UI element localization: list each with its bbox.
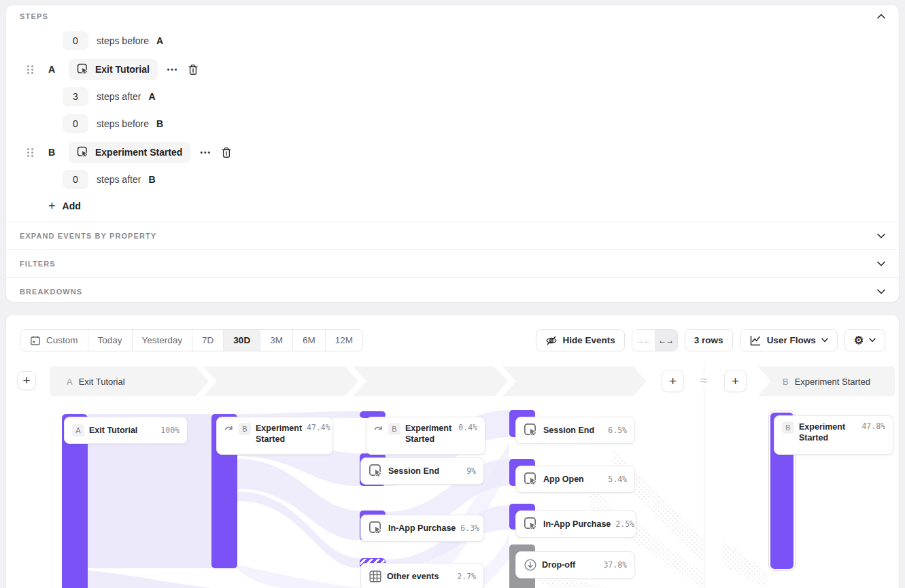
collapse-columns-button[interactable]: →← bbox=[632, 330, 655, 351]
steps-count-input[interactable]: 3 bbox=[63, 87, 88, 106]
steps-count-input[interactable]: 0 bbox=[63, 31, 88, 50]
chevron-down-icon bbox=[869, 338, 876, 343]
event-chip-exit-tutorial[interactable]: Exit Tutorial bbox=[69, 59, 158, 80]
event-icon bbox=[77, 63, 89, 75]
event-icon bbox=[524, 517, 539, 532]
repeat-arrow-icon bbox=[224, 425, 234, 432]
more-options-button[interactable]: ••• bbox=[167, 66, 179, 73]
date-range-3m[interactable]: 3M bbox=[260, 330, 292, 351]
section-expand-events-by-property[interactable]: EXPAND EVENTS BY PROPERTY bbox=[6, 222, 899, 249]
eye-off-icon bbox=[545, 334, 558, 347]
steps-count-input[interactable]: 0 bbox=[63, 114, 88, 133]
date-range-yesterday[interactable]: Yesterday bbox=[132, 330, 192, 351]
step-badge: B bbox=[388, 423, 400, 435]
step-badge: B bbox=[782, 421, 794, 434]
event-icon bbox=[524, 472, 539, 487]
event-icon bbox=[369, 464, 383, 479]
drop-off-icon bbox=[524, 558, 537, 572]
date-range-today[interactable]: Today bbox=[88, 330, 132, 351]
flow-node-card[interactable]: B Experiment Started 47.8% bbox=[774, 415, 893, 455]
flow-node-card[interactable]: In-App Purchase 2.5% bbox=[515, 511, 636, 538]
flow-node-card[interactable]: A Exit Tutorial 100% bbox=[64, 417, 188, 444]
flow-node-card[interactable]: In-App Purchase 6.3% bbox=[360, 515, 484, 542]
section-breakdowns[interactable]: BREAKDOWNS bbox=[6, 277, 899, 305]
expand-columns-button[interactable]: ←→ bbox=[655, 330, 677, 351]
column-header-a[interactable]: A Exit Tutorial bbox=[67, 366, 125, 396]
column-header-b[interactable]: B Experiment Started bbox=[783, 366, 870, 396]
spacer-step-letter: A bbox=[156, 35, 163, 46]
trash-icon[interactable] bbox=[221, 147, 232, 158]
event-icon bbox=[524, 423, 539, 438]
step-letter: A bbox=[48, 64, 58, 75]
grid-icon bbox=[369, 570, 382, 583]
trash-icon[interactable] bbox=[188, 64, 199, 75]
settings-dropdown-button[interactable]: ⚙ bbox=[844, 329, 885, 351]
steps-after-b-row: 0 steps after B bbox=[12, 170, 885, 189]
drag-handle-icon[interactable] bbox=[27, 65, 34, 75]
event-chip-experiment-started[interactable]: Experiment Started bbox=[69, 142, 190, 163]
step-badge: A bbox=[72, 424, 84, 436]
add-column-after-a-button[interactable]: + bbox=[662, 370, 684, 392]
chevron-down-icon bbox=[877, 289, 885, 294]
hide-events-button[interactable]: Hide Events bbox=[536, 329, 625, 351]
steps-after-a-row: 3 steps after A bbox=[12, 87, 885, 106]
flow-node-card[interactable]: App Open 5.4% bbox=[515, 466, 635, 493]
calendar-icon bbox=[30, 335, 41, 346]
date-range-custom[interactable]: Custom bbox=[20, 330, 88, 351]
report-toolbar: Custom Today Yesterday 7D 30D 3M 6M 12M … bbox=[6, 315, 899, 351]
view-selector-button[interactable]: User Flows bbox=[740, 329, 838, 351]
more-options-button[interactable]: ••• bbox=[200, 149, 211, 156]
repeat-arrow-icon bbox=[374, 425, 383, 432]
steps-count-input[interactable]: 0 bbox=[63, 170, 88, 189]
flow-node-card[interactable]: Session End 9% bbox=[360, 457, 484, 485]
steps-panel-title: STEPS bbox=[20, 12, 48, 20]
step-letter: B bbox=[48, 147, 58, 158]
flow-column-headers bbox=[14, 366, 899, 407]
date-range-7d[interactable]: 7D bbox=[192, 330, 223, 351]
step-badge: B bbox=[239, 423, 251, 435]
add-column-before-b-button[interactable]: + bbox=[724, 370, 747, 392]
user-flows-chart: A Exit Tutorial B Experiment Started + +… bbox=[14, 361, 891, 588]
date-range-12m[interactable]: 12M bbox=[325, 330, 362, 351]
gear-icon: ⚙ bbox=[854, 334, 864, 347]
event-icon bbox=[369, 521, 383, 536]
date-range-control: Custom Today Yesterday 7D 30D 3M 6M 12M bbox=[20, 329, 363, 351]
chevron-up-icon[interactable] bbox=[877, 14, 885, 19]
column-width-control: →← ←→ bbox=[632, 329, 678, 351]
add-step-button[interactable]: + Add bbox=[12, 200, 86, 212]
step-b-row: B Experiment Started ••• bbox=[12, 141, 885, 163]
approx-break-symbol: ≈ bbox=[693, 373, 715, 388]
flow-node-card[interactable]: Drop-off 37.8% bbox=[515, 551, 635, 578]
report-panel: Custom Today Yesterday 7D 30D 3M 6M 12M … bbox=[5, 314, 900, 588]
flow-node-card[interactable]: B Experiment Started 0.4% bbox=[366, 417, 485, 455]
steps-before-b-row: 0 steps before B bbox=[12, 114, 885, 133]
user-flows-chart-icon bbox=[749, 334, 762, 347]
step-a-row: A Exit Tutorial ••• bbox=[12, 58, 885, 80]
chevron-down-icon bbox=[877, 233, 885, 239]
rows-selector-button[interactable]: 3 rows bbox=[685, 329, 733, 351]
event-icon bbox=[77, 146, 89, 158]
add-column-left-button[interactable]: + bbox=[17, 371, 36, 390]
steps-panel: STEPS 0 steps before A A Exit Tutorial •… bbox=[5, 4, 900, 302]
date-range-6m[interactable]: 6M bbox=[292, 330, 325, 351]
chevron-down-icon bbox=[877, 261, 885, 266]
section-filters[interactable]: FILTERS bbox=[6, 249, 899, 277]
plus-icon: + bbox=[48, 200, 56, 212]
spacer-label: steps before bbox=[97, 35, 149, 46]
drag-handle-icon[interactable] bbox=[27, 148, 34, 158]
steps-before-a-row: 0 steps before A bbox=[12, 31, 885, 50]
chevron-down-icon bbox=[821, 338, 828, 343]
flow-break-divider bbox=[704, 366, 704, 588]
flow-node-card[interactable]: Other events 2.7% bbox=[360, 563, 484, 588]
date-range-30d[interactable]: 30D bbox=[223, 330, 260, 351]
flow-node-card[interactable]: B Experiment Started 47.4% bbox=[216, 417, 333, 455]
flow-node-card[interactable]: Session End 6.5% bbox=[515, 417, 635, 444]
